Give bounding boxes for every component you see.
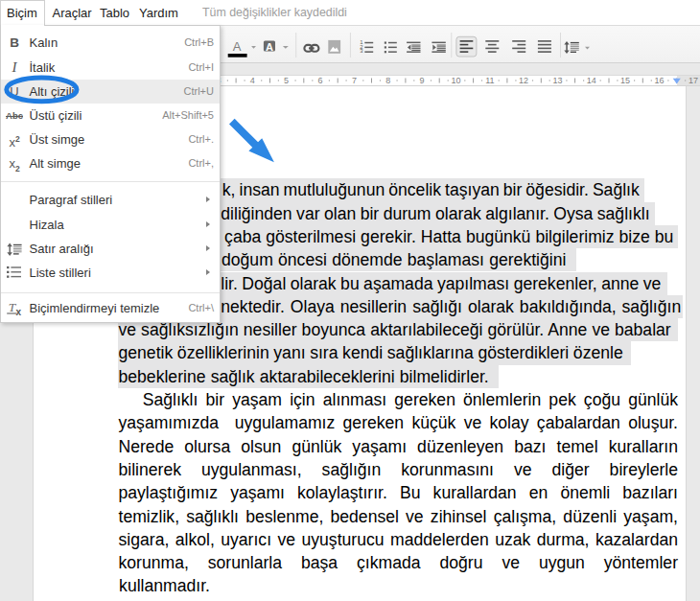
svg-text:10: 10 bbox=[451, 76, 460, 85]
svg-text:x: x bbox=[16, 307, 22, 317]
svg-text:3: 3 bbox=[360, 48, 363, 54]
svg-text:12: 12 bbox=[519, 76, 528, 85]
svg-text:A: A bbox=[266, 41, 273, 53]
svg-text:8: 8 bbox=[385, 76, 390, 85]
svg-text:9: 9 bbox=[420, 76, 425, 85]
svg-text:13: 13 bbox=[552, 76, 562, 85]
svg-text:15: 15 bbox=[620, 76, 630, 85]
svg-text:6: 6 bbox=[317, 76, 322, 85]
svg-text:16: 16 bbox=[654, 76, 664, 85]
svg-text:11: 11 bbox=[485, 76, 494, 85]
svg-text:5: 5 bbox=[284, 76, 289, 85]
svg-text:7: 7 bbox=[352, 76, 357, 85]
svg-text:17: 17 bbox=[688, 76, 698, 85]
svg-text:14: 14 bbox=[587, 76, 596, 85]
svg-text:4: 4 bbox=[250, 76, 255, 85]
svg-text:A: A bbox=[233, 39, 242, 54]
